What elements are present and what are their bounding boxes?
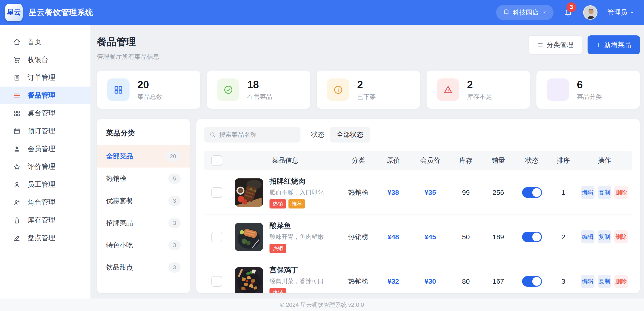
user-menu[interactable]: 管理员 — [607, 8, 634, 17]
logo-text: 星云 — [7, 8, 21, 17]
edit-button[interactable]: 编辑 — [581, 186, 594, 199]
table-row: 酸菜鱼 酸辣开胃，鱼肉鲜嫩 热销 热销榜 ¥48 ¥45 50 189 — [204, 215, 632, 259]
category-item-drinks[interactable]: 饮品甜点 3 — [97, 256, 190, 278]
footer: © 2024 星云餐饮管理系统 v2.0.0 — [0, 298, 644, 311]
stat-value: 20 — [138, 79, 162, 91]
notification-badge: 3 — [566, 2, 576, 12]
column-header: 原价 — [376, 156, 411, 165]
status-toggle[interactable] — [522, 187, 542, 198]
column-header: 销量 — [482, 156, 514, 165]
status-filter-select[interactable]: 全部状态 — [330, 127, 370, 142]
category-count: 3 — [168, 240, 181, 250]
dish-tag-hot: 热销 — [270, 244, 286, 253]
dish-tag-hot: 热销 — [270, 288, 286, 293]
grid-icon — [107, 78, 130, 101]
column-header: 操作 — [577, 156, 632, 165]
search-input[interactable] — [219, 131, 296, 138]
delete-button[interactable]: 删除 — [614, 275, 628, 288]
dish-category: 热销榜 — [341, 232, 376, 242]
dish-sales: 189 — [482, 233, 514, 241]
status-toggle[interactable] — [522, 276, 542, 287]
copy-button[interactable]: 复制 — [598, 186, 611, 199]
app-title: 星云餐饮管理系统 — [29, 7, 94, 18]
category-item-signature[interactable]: 招牌菜品 3 — [97, 212, 190, 234]
sidebar-item-members[interactable]: 会员管理 — [0, 140, 90, 158]
page-title: 餐品管理 — [97, 36, 160, 48]
column-header: 菜品信息 — [229, 156, 341, 165]
category-count: 3 — [168, 262, 181, 272]
category-item-hot[interactable]: 热销榜 5 — [97, 168, 190, 190]
category-name: 招牌菜品 — [106, 218, 133, 228]
dish-table-panel: 状态 全部状态 菜品信息 分类 原价 会员价 库存 销量 状态 排序 — [196, 119, 640, 293]
sidebar-item-label: 首页 — [28, 37, 42, 47]
sidebar-item-tables[interactable]: 桌台管理 — [0, 104, 90, 122]
status-toggle[interactable] — [522, 232, 542, 242]
star-icon — [13, 163, 20, 170]
sidebar-item-label: 收银台 — [28, 55, 48, 64]
delete-button[interactable]: 删除 — [614, 186, 628, 199]
dish-table: 菜品信息 分类 原价 会员价 库存 销量 状态 排序 操作 — [204, 151, 632, 293]
row-checkbox[interactable] — [212, 232, 222, 242]
stat-value: 18 — [247, 79, 272, 91]
table-row: 宫保鸡丁 经典川菜，香辣可口 热销 热销榜 ¥32 ¥30 80 167 — [204, 259, 632, 293]
sidebar-item-label: 员工管理 — [28, 180, 55, 189]
row-checkbox[interactable] — [212, 276, 222, 287]
sidebar: 首页 收银台 订单管理 餐品管理 桌台管理 预订管理 会员管理 评价管理 — [0, 25, 90, 298]
warning-icon — [437, 78, 459, 101]
calendar-icon — [13, 128, 20, 135]
row-checkbox[interactable] — [212, 187, 222, 198]
plus-icon: + — [596, 41, 601, 49]
add-dish-button[interactable]: + 新增菜品 — [588, 36, 640, 54]
dish-stock: 50 — [450, 233, 482, 241]
stat-label: 库存不足 — [467, 92, 492, 101]
sidebar-item-dishes[interactable]: 餐品管理 — [0, 86, 90, 104]
user-x-icon — [13, 199, 20, 206]
copy-button[interactable]: 复制 — [598, 275, 611, 288]
user-filled-icon — [13, 145, 20, 153]
dish-member-price: ¥45 — [411, 233, 450, 241]
sidebar-item-orders[interactable]: 订单管理 — [0, 69, 90, 86]
avatar[interactable] — [583, 5, 598, 20]
category-item-all[interactable]: 全部菜品 20 — [97, 145, 190, 168]
copyright-text: © 2024 星云餐饮管理系统 v2.0.0 — [280, 301, 364, 309]
sidebar-item-label: 会员管理 — [28, 144, 55, 154]
category-item-snacks[interactable]: 特色小吃 3 — [97, 234, 190, 256]
sidebar-item-inventory[interactable]: 库存管理 — [0, 211, 90, 229]
table-row: 招牌红烧肉 肥而不腻，入口即化 热销 推荐 热销榜 ¥38 ¥35 99 — [204, 170, 632, 215]
sidebar-item-home[interactable]: 首页 — [0, 33, 90, 51]
category-manage-button[interactable]: 分类管理 — [529, 36, 582, 54]
store-selector[interactable]: 科技园店 — [496, 5, 554, 20]
dish-price: ¥32 — [376, 278, 411, 285]
sidebar-item-reviews[interactable]: 评价管理 — [0, 158, 90, 176]
list-icon — [537, 42, 544, 48]
add-dish-label: 新增菜品 — [604, 40, 631, 50]
dish-tag-recommend: 推荐 — [288, 199, 305, 208]
search-box — [204, 127, 300, 142]
dish-sort: 1 — [550, 188, 577, 196]
sidebar-item-label: 餐品管理 — [28, 91, 55, 100]
notifications-button[interactable]: 3 — [563, 8, 574, 18]
edit-button[interactable]: 编辑 — [581, 230, 594, 244]
column-header: 库存 — [450, 156, 482, 165]
dish-sort: 3 — [550, 278, 577, 285]
sidebar-item-stocktaking[interactable]: 盘点管理 — [0, 229, 90, 247]
dish-sales: 256 — [482, 188, 514, 196]
copy-button[interactable]: 复制 — [598, 230, 611, 244]
stat-card-categories: 6 菜品分类 — [536, 70, 640, 109]
sidebar-item-roles[interactable]: 角色管理 — [0, 194, 90, 211]
dish-name: 招牌红烧肉 — [270, 176, 324, 186]
sidebar-item-staff[interactable]: 员工管理 — [0, 176, 90, 194]
bag-icon — [13, 216, 20, 224]
stat-card-total: 20 菜品总数 — [97, 70, 200, 109]
category-panel: 菜品分类 全部菜品 20 热销榜 5 优惠套餐 3 招牌菜品 3 — [97, 119, 190, 293]
dish-name: 宫保鸡丁 — [270, 265, 324, 275]
grid-icon — [13, 110, 20, 117]
sidebar-item-cashier[interactable]: 收银台 — [0, 51, 90, 69]
delete-button[interactable]: 删除 — [614, 230, 628, 244]
category-icon — [546, 78, 569, 101]
category-item-combo[interactable]: 优惠套餐 3 — [97, 190, 190, 212]
stat-label: 已下架 — [357, 92, 376, 101]
select-all-checkbox[interactable] — [212, 155, 222, 166]
sidebar-item-reservations[interactable]: 预订管理 — [0, 122, 90, 140]
edit-button[interactable]: 编辑 — [581, 275, 594, 288]
